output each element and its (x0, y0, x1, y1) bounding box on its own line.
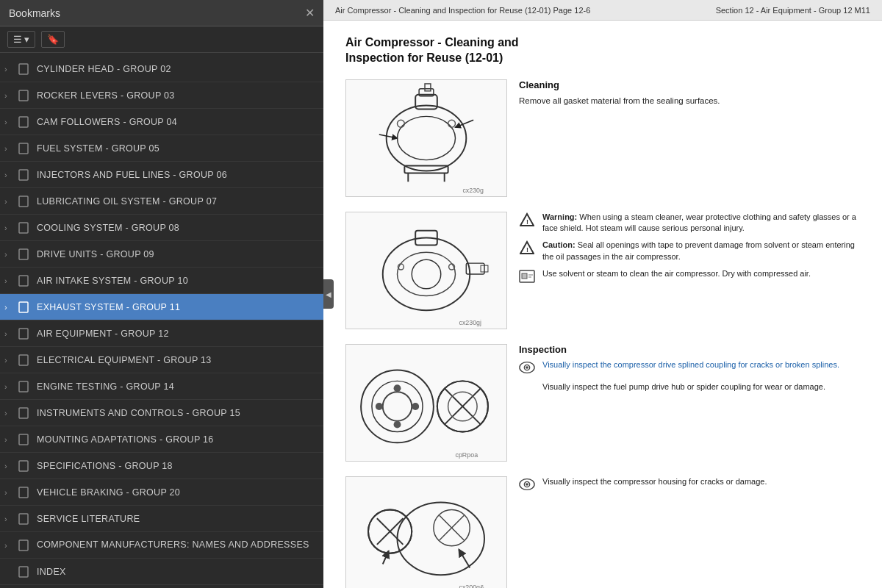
bookmark-item-specifications[interactable]: ›SPECIFICATIONS - GROUP 18 (0, 453, 323, 479)
chevron-icon: › (4, 329, 16, 338)
spacer-icon (519, 381, 535, 398)
view-options-button[interactable]: ☰ ▾ (7, 31, 35, 48)
bookmark-item-cylinder-head[interactable]: ›CYLINDER HEAD - GROUP 02 (0, 56, 323, 82)
small-image-icon (519, 268, 535, 284)
bookmark-flag-icon (16, 220, 31, 235)
chevron-icon: › (4, 435, 16, 444)
chevron-icon: › (4, 144, 16, 153)
chevron-icon: › (4, 303, 16, 312)
inspection-text-1: Visually inspect the compressor drive sp… (542, 359, 839, 370)
bookmark-flag-icon (16, 300, 31, 315)
chevron-icon: › (4, 197, 16, 206)
bookmark-item-fuel-system[interactable]: ›FUEL SYSTEM - GROUP 05 (0, 135, 323, 162)
eye-icon-1 (519, 359, 535, 376)
chevron-icon: › (4, 356, 16, 365)
bookmark-flag-icon (16, 538, 31, 553)
bookmark-label: INJECTORS AND FUEL LINES - GROUP 06 (37, 170, 318, 180)
bookmark-item-cam-followers[interactable]: ›CAM FOLLOWERS - GROUP 04 (0, 109, 323, 135)
chevron-icon: › (4, 541, 16, 550)
close-button[interactable]: ✕ (305, 7, 315, 19)
eye-icon-2 (519, 476, 535, 492)
bookmark-label: VEHICLE BRAKING - GROUP 20 (37, 487, 318, 498)
bookmark-item-exhaust[interactable]: ›EXHAUST SYSTEM - GROUP 11 (0, 294, 323, 320)
bookmark-label: INDEX (37, 567, 318, 577)
bookmark-item-rocker-levers[interactable]: ›ROCKER LEVERS - GROUP 03 (0, 82, 323, 109)
dropdown-arrow-icon: ▾ (24, 34, 29, 45)
bookmark-label: CAM FOLLOWERS - GROUP 04 (37, 117, 318, 127)
bookmark-item-service-lit[interactable]: ›SERVICE LITERATURE (0, 506, 323, 532)
bookmark-label: AIR EQUIPMENT - GROUP 12 (37, 329, 318, 339)
bookmark-item-drive-units[interactable]: ›DRIVE UNITS - GROUP 09 (0, 241, 323, 268)
warning-text-2: Caution: Seal all openings with tape to … (542, 240, 860, 262)
chevron-icon: › (4, 118, 16, 126)
inspection-text: Inspection Visually inspect the compress… (519, 344, 860, 404)
svg-rect-2 (19, 117, 28, 127)
warning-text-3: Use solvent or steam to clean the air co… (542, 268, 811, 279)
bookmarks-header: Bookmarks ✕ (0, 0, 323, 26)
chevron-icon: › (4, 462, 16, 470)
inspection-row-2: Visually inspect the fuel pump drive hub… (519, 381, 860, 398)
svg-rect-10 (19, 329, 28, 339)
svg-rect-19 (19, 567, 28, 577)
svg-text:cx200g&: cx200g& (459, 584, 484, 588)
chevron-icon: › (4, 91, 16, 100)
collapse-panel-button[interactable]: ◀ (323, 279, 334, 309)
chevron-icon: › (4, 171, 16, 179)
bookmark-item-injectors[interactable]: ›INJECTORS AND FUEL LINES - GROUP 06 (0, 162, 323, 188)
svg-rect-11 (19, 355, 28, 365)
bookmarks-list: ›CYLINDER HEAD - GROUP 02›ROCKER LEVERS … (0, 53, 323, 588)
svg-text:cx230gj: cx230gj (459, 319, 481, 326)
document-header: Air Compressor - Cleaning and Inspection… (323, 0, 882, 21)
svg-rect-3 (19, 143, 28, 154)
bookmark-label: DRIVE UNITS - GROUP 09 (37, 249, 318, 259)
bookmark-label: SERVICE LITERATURE (37, 514, 318, 524)
bookmark-item-vehicle-braking[interactable]: ›VEHICLE BRAKING - GROUP 20 (0, 479, 323, 506)
bookmark-flag-icon (16, 379, 31, 394)
svg-text:!: ! (526, 246, 528, 254)
document-content[interactable]: Air Compressor - Cleaning andInspection … (323, 21, 882, 588)
bookmark-item-mounting[interactable]: ›MOUNTING ADAPTATIONS - GROUP 16 (0, 426, 323, 453)
svg-rect-18 (19, 540, 28, 551)
bookmark-label: LUBRICATING OIL SYSTEM - GROUP 07 (37, 196, 318, 207)
svg-rect-0 (19, 64, 28, 74)
bookmark-item-air-equipment[interactable]: ›AIR EQUIPMENT - GROUP 12 (0, 320, 323, 347)
bookmark-item-index[interactable]: INDEX (0, 559, 323, 585)
chevron-icon: › (4, 488, 16, 497)
bookmark-label: AIR INTAKE SYSTEM - GROUP 10 (37, 276, 318, 286)
svg-text:cx230g: cx230g (462, 187, 484, 194)
cleaning-section: cx230g Cleaning Remove all gasket materi… (345, 79, 860, 197)
bookmark-item-air-intake[interactable]: ›AIR INTAKE SYSTEM - GROUP 10 (0, 268, 323, 294)
chevron-icon: › (4, 514, 16, 523)
cleaning-text: Cleaning Remove all gasket material from… (519, 79, 860, 115)
bookmark-flag-icon (16, 273, 31, 288)
view-icon: ☰ (13, 34, 22, 45)
bookmark-item-cooling[interactable]: ›COOLING SYSTEM - GROUP 08 (0, 215, 323, 241)
inspection-row-1: Visually inspect the compressor drive sp… (519, 359, 860, 376)
bookmark-flag-icon (16, 247, 31, 262)
bookmark-item-electrical[interactable]: ›ELECTRICAL EQUIPMENT - GROUP 13 (0, 347, 323, 373)
bookmark-item-lubricating[interactable]: ›LUBRICATING OIL SYSTEM - GROUP 07 (0, 188, 323, 215)
chevron-icon: › (4, 382, 16, 391)
svg-point-57 (394, 420, 401, 428)
svg-rect-17 (19, 514, 28, 524)
inspection-title: Inspection (519, 344, 860, 355)
bookmark-button[interactable]: 🔖 (41, 31, 65, 48)
svg-rect-7 (19, 249, 28, 259)
bookmark-item-instruments[interactable]: ›INSTRUMENTS AND CONTROLS - GROUP 15 (0, 400, 323, 426)
svg-text:cpRpoa: cpRpoa (456, 451, 478, 459)
bookmark-label: ELECTRICAL EQUIPMENT - GROUP 13 (37, 355, 318, 365)
bookmark-item-engine-testing[interactable]: ›ENGINE TESTING - GROUP 14 (0, 373, 323, 400)
svg-point-56 (394, 384, 401, 392)
svg-point-59 (412, 403, 419, 410)
chevron-icon: › (4, 276, 16, 285)
bookmark-flag-icon (16, 406, 31, 420)
doc-header-right: Section 12 - Air Equipment - Group 12 M1… (716, 6, 870, 15)
bookmark-item-component-mfr[interactable]: ›COMPONENT MANUFACTURERS: NAMES AND ADDR… (0, 532, 323, 559)
bookmark-flag-icon (16, 353, 31, 368)
bookmarks-panel: Bookmarks ✕ ☰ ▾ 🔖 ›CYLINDER HEAD - GROUP… (0, 0, 323, 588)
warning-triangle-icon-2: ! (519, 240, 535, 256)
svg-rect-12 (19, 381, 28, 392)
bookmark-label: SPECIFICATIONS - GROUP 18 (37, 461, 318, 471)
document-title: Air Compressor - Cleaning andInspection … (345, 35, 860, 66)
inspection-image: cpRpoa (345, 344, 507, 462)
